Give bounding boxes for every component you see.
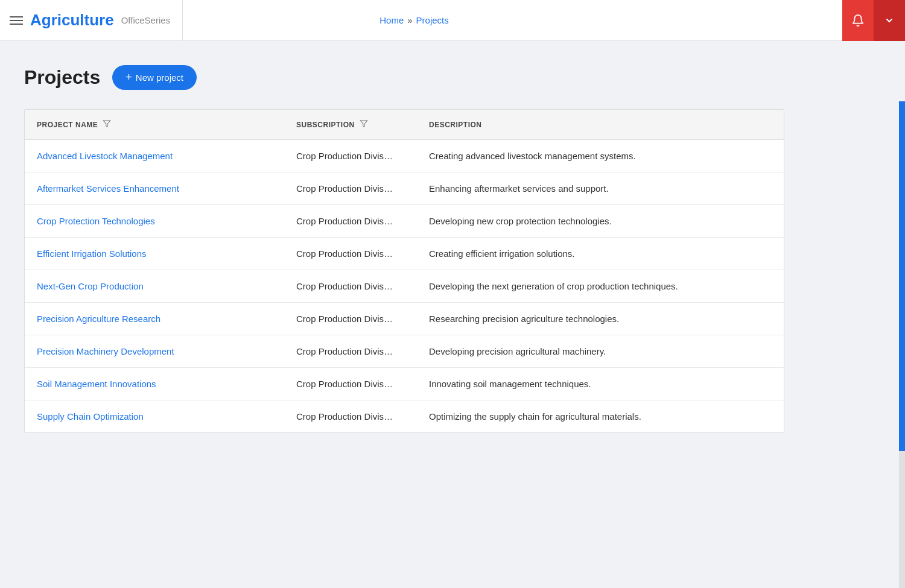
breadcrumb: Home » Projects bbox=[379, 15, 449, 25]
col-header-project-name: PROJECT NAME bbox=[25, 110, 284, 140]
chevron-down-icon bbox=[884, 16, 894, 25]
col-header-subscription: SUBSCRIPTION bbox=[284, 110, 417, 140]
cell-project-name: Supply Chain Optimization bbox=[25, 400, 284, 433]
cell-subscription: Crop Production Divis… bbox=[284, 270, 417, 303]
page-title: Projects bbox=[24, 66, 100, 89]
project-link[interactable]: Efficient Irrigation Solutions bbox=[37, 248, 147, 259]
cell-project-name: Soil Management Innovations bbox=[25, 368, 284, 400]
cell-description: Developing new crop protection technolog… bbox=[417, 205, 784, 238]
header: Agriculture OfficeSeries Home » Projects bbox=[0, 0, 905, 41]
cell-subscription: Crop Production Divis… bbox=[284, 238, 417, 270]
cell-subscription: Crop Production Divis… bbox=[284, 400, 417, 433]
project-link[interactable]: Crop Protection Technologies bbox=[37, 216, 155, 226]
table-row: Precision Machinery DevelopmentCrop Prod… bbox=[25, 335, 784, 368]
main-content: Projects + New project PROJECT NAME bbox=[0, 41, 905, 457]
cell-description: Researching precision agriculture techno… bbox=[417, 303, 784, 335]
cell-subscription: Crop Production Divis… bbox=[284, 140, 417, 172]
cell-description: Innovating soil management techniques. bbox=[417, 368, 784, 400]
project-link[interactable]: Precision Machinery Development bbox=[37, 346, 174, 356]
breadcrumb-home[interactable]: Home bbox=[379, 15, 404, 25]
cell-subscription: Crop Production Divis… bbox=[284, 368, 417, 400]
cell-subscription: Crop Production Divis… bbox=[284, 335, 417, 368]
notification-button[interactable] bbox=[842, 0, 874, 41]
col-header-description: DESCRIPTION bbox=[417, 110, 784, 140]
breadcrumb-current[interactable]: Projects bbox=[416, 15, 449, 25]
page-header: Projects + New project bbox=[24, 65, 881, 90]
cell-subscription: Crop Production Divis… bbox=[284, 205, 417, 238]
table-row: Supply Chain OptimizationCrop Production… bbox=[25, 400, 784, 433]
table-row: Soil Management InnovationsCrop Producti… bbox=[25, 368, 784, 400]
logo-text: Agriculture bbox=[30, 11, 114, 30]
new-project-label: New project bbox=[136, 72, 183, 83]
project-link[interactable]: Supply Chain Optimization bbox=[37, 411, 144, 422]
filter-icon-subscription[interactable] bbox=[360, 119, 368, 130]
header-right bbox=[842, 0, 905, 40]
project-link[interactable]: Soil Management Innovations bbox=[37, 379, 156, 389]
header-left: Agriculture OfficeSeries bbox=[0, 0, 183, 40]
bell-icon bbox=[851, 14, 865, 27]
cell-project-name: Precision Machinery Development bbox=[25, 335, 284, 368]
breadcrumb-separator: » bbox=[407, 15, 412, 25]
cell-description: Developing precision agricultural machin… bbox=[417, 335, 784, 368]
cell-project-name: Efficient Irrigation Solutions bbox=[25, 238, 284, 270]
logo-subtitle: OfficeSeries bbox=[121, 15, 170, 25]
menu-icon[interactable] bbox=[10, 16, 23, 25]
table-row: Next-Gen Crop ProductionCrop Production … bbox=[25, 270, 784, 303]
table-row: Crop Protection TechnologiesCrop Product… bbox=[25, 205, 784, 238]
scrollbar-thumb[interactable] bbox=[899, 101, 905, 451]
project-link[interactable]: Next-Gen Crop Production bbox=[37, 281, 144, 291]
cell-description: Enhancing aftermarket services and suppo… bbox=[417, 172, 784, 205]
cell-project-name: Next-Gen Crop Production bbox=[25, 270, 284, 303]
cell-description: Optimizing the supply chain for agricult… bbox=[417, 400, 784, 433]
table-row: Aftermarket Services EnhancementCrop Pro… bbox=[25, 172, 784, 205]
table-row: Precision Agriculture ResearchCrop Produ… bbox=[25, 303, 784, 335]
svg-marker-0 bbox=[104, 121, 111, 127]
cell-description: Creating efficient irrigation solutions. bbox=[417, 238, 784, 270]
cell-subscription: Crop Production Divis… bbox=[284, 303, 417, 335]
cell-project-name: Advanced Livestock Management bbox=[25, 140, 284, 172]
cell-project-name: Aftermarket Services Enhancement bbox=[25, 172, 284, 205]
cell-description: Developing the next generation of crop p… bbox=[417, 270, 784, 303]
projects-table-container: PROJECT NAME SUBSCRIPTION bbox=[24, 109, 784, 433]
plus-icon: + bbox=[125, 71, 132, 84]
cell-project-name: Precision Agriculture Research bbox=[25, 303, 284, 335]
table-row: Efficient Irrigation SolutionsCrop Produ… bbox=[25, 238, 784, 270]
table-header: PROJECT NAME SUBSCRIPTION bbox=[25, 110, 784, 140]
cell-subscription: Crop Production Divis… bbox=[284, 172, 417, 205]
svg-marker-1 bbox=[360, 121, 367, 127]
user-dropdown-button[interactable] bbox=[874, 0, 905, 41]
project-link[interactable]: Precision Agriculture Research bbox=[37, 314, 160, 324]
cell-project-name: Crop Protection Technologies bbox=[25, 205, 284, 238]
table-row: Advanced Livestock ManagementCrop Produc… bbox=[25, 140, 784, 172]
table-body: Advanced Livestock ManagementCrop Produc… bbox=[25, 140, 784, 433]
cell-description: Creating advanced livestock management s… bbox=[417, 140, 784, 172]
scrollbar-track[interactable] bbox=[899, 101, 905, 588]
project-link[interactable]: Advanced Livestock Management bbox=[37, 151, 173, 161]
filter-icon-project-name[interactable] bbox=[103, 119, 111, 130]
new-project-button[interactable]: + New project bbox=[112, 65, 197, 90]
project-link[interactable]: Aftermarket Services Enhancement bbox=[37, 183, 179, 194]
table-header-row: PROJECT NAME SUBSCRIPTION bbox=[25, 110, 784, 140]
projects-table: PROJECT NAME SUBSCRIPTION bbox=[25, 110, 784, 432]
